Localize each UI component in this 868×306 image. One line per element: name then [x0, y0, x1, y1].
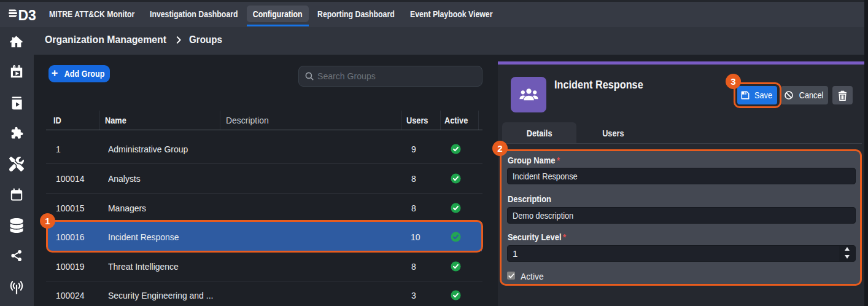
svg-text:D3: D3 [18, 7, 36, 22]
